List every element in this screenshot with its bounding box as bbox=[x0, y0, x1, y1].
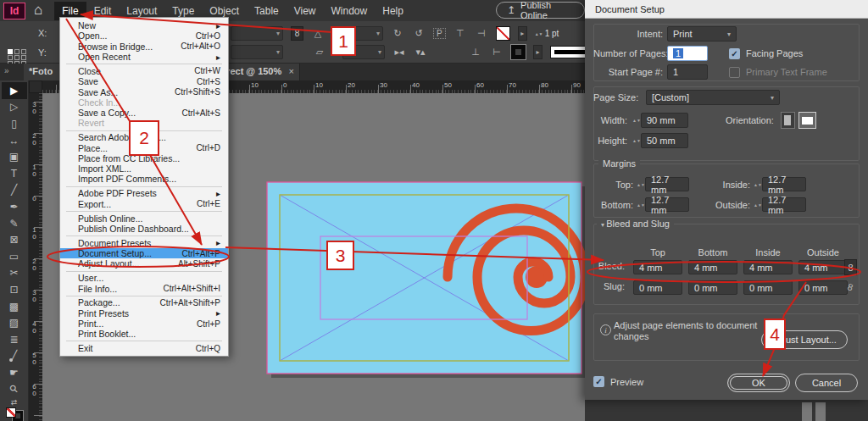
file-menu-item-adjust-layout[interactable]: Adjust Layout...Alt+Shift+P bbox=[60, 258, 228, 269]
facing-pages-checkbox[interactable]: ✓ bbox=[729, 48, 740, 59]
zoom-tool[interactable]: ⚲ bbox=[2, 381, 27, 398]
scroll-handle[interactable] bbox=[815, 402, 826, 421]
file-menu-item-import-pdf-comments[interactable]: Import PDF Comments... bbox=[60, 174, 228, 184]
stroke-weight-dropdown[interactable]: ▲▼1 pt bbox=[535, 29, 559, 38]
file-menu-item-print-booklet[interactable]: Print Booklet... bbox=[60, 329, 228, 339]
scroll-handle[interactable] bbox=[802, 402, 812, 421]
margin-outside-stepper[interactable]: ▲▼ bbox=[754, 203, 760, 207]
margin-inside-stepper[interactable]: ▲▼ bbox=[754, 183, 760, 186]
margin-outside-field[interactable]: 12.7 mm bbox=[762, 197, 806, 212]
orientation-landscape-button[interactable] bbox=[798, 112, 816, 129]
page-tool[interactable]: ▯ bbox=[2, 115, 27, 132]
file-menu-item-open[interactable]: Open...Ctrl+O bbox=[60, 30, 228, 41]
stroke-options-arrow[interactable]: ▸ bbox=[533, 45, 542, 59]
direct-selection-tool[interactable]: ▷ bbox=[2, 99, 27, 116]
bleed-slug-header[interactable]: ▾ Bleed and Slug bbox=[597, 219, 674, 229]
constrain-scale-link-icon[interactable]: 8 bbox=[291, 26, 303, 41]
cancel-button[interactable]: Cancel bbox=[795, 374, 858, 392]
menu-view[interactable]: View bbox=[287, 2, 324, 20]
margin-bottom-field[interactable]: 12.7 mm bbox=[645, 197, 689, 212]
panel-chevrons-icon[interactable]: » bbox=[4, 66, 9, 75]
margin-top-field[interactable]: 12.7 mm bbox=[645, 177, 689, 191]
width-field[interactable]: 90 mm bbox=[641, 113, 688, 128]
number-of-pages-field[interactable]: 1 bbox=[667, 46, 708, 61]
file-menu-item-adobe-pdf-presets[interactable]: Adobe PDF Presets▸ bbox=[60, 188, 228, 198]
orientation-portrait-button[interactable] bbox=[781, 112, 795, 129]
file-menu-item-save-a-copy[interactable]: Save a Copy...Ctrl+Alt+S bbox=[60, 108, 228, 118]
menu-window[interactable]: Window bbox=[324, 2, 376, 20]
margin-top-stepper[interactable]: ▲▼ bbox=[637, 183, 643, 186]
eyedropper-tool[interactable]: ╱ bbox=[2, 348, 27, 365]
bleed-top-field[interactable]: 4 mm bbox=[633, 260, 682, 274]
tab-close-icon[interactable]: × bbox=[289, 66, 294, 76]
file-menu-item-export[interactable]: Export...Ctrl+E bbox=[60, 199, 228, 209]
file-menu-item-package[interactable]: Package...Ctrl+Alt+Shift+P bbox=[60, 297, 228, 307]
slug-top-field[interactable]: 0 mm bbox=[633, 280, 682, 295]
file-menu-item-exit[interactable]: ExitCtrl+Q bbox=[60, 343, 228, 353]
bleed-link-icon[interactable]: 8 bbox=[844, 259, 857, 275]
file-menu-item-file-info[interactable]: File Info...Ctrl+Alt+Shift+I bbox=[60, 283, 228, 293]
type-tool[interactable]: T bbox=[2, 165, 27, 182]
slug-bottom-field[interactable]: 0 mm bbox=[688, 280, 737, 295]
start-page-field[interactable]: 1 bbox=[667, 64, 708, 80]
swap-fill-stroke-icon[interactable]: ⇄ bbox=[11, 398, 18, 407]
file-menu-item-new[interactable]: New▸ bbox=[60, 20, 228, 30]
gap-tool[interactable]: ↔ bbox=[2, 132, 27, 149]
distribute-vertical-icon[interactable]: ⊤ bbox=[453, 28, 467, 39]
preview-checkbox[interactable]: ✓ bbox=[593, 376, 604, 387]
pen-tool[interactable]: ✒ bbox=[2, 198, 27, 215]
distribute-horizontal-icon[interactable]: ⊣ bbox=[475, 28, 488, 39]
gradient-feather-tool[interactable]: ▨ bbox=[2, 314, 27, 331]
fill-stroke-swatches[interactable] bbox=[6, 407, 23, 421]
height-stepper[interactable]: ▲▼ bbox=[632, 139, 639, 142]
file-menu-item-browse-in-bridge[interactable]: Browse in Bridge...Ctrl+Alt+O bbox=[60, 42, 228, 52]
bleed-bottom-field[interactable]: 4 mm bbox=[688, 260, 737, 274]
page-size-dropdown[interactable]: [Custom]▾ bbox=[646, 90, 780, 105]
intent-dropdown[interactable]: Print▾ bbox=[667, 26, 737, 42]
file-menu-item-publish-online[interactable]: Publish Online... bbox=[60, 213, 228, 223]
file-menu-item-import-xml[interactable]: Import XML... bbox=[60, 163, 228, 174]
shear-icon[interactable]: △ bbox=[311, 28, 325, 39]
scale-y-dropdown[interactable]: ▾ bbox=[231, 45, 283, 59]
free-transform-tool[interactable]: ⊡ bbox=[2, 281, 27, 298]
file-menu-item-print[interactable]: Print...Ctrl+P bbox=[60, 319, 228, 329]
vertical-ruler[interactable]: 3020100102030405060 bbox=[29, 93, 42, 421]
file-menu-item-save-as[interactable]: Save As...Ctrl+Shift+S bbox=[60, 86, 228, 97]
flip-horizontal-icon[interactable]: ▸◂ bbox=[392, 47, 406, 58]
menu-table[interactable]: Table bbox=[247, 2, 287, 20]
align-bottom-icon[interactable]: ⊥ bbox=[469, 47, 482, 58]
gradient-swatch-tool[interactable]: ▩ bbox=[2, 298, 27, 315]
file-menu-item-open-recent[interactable]: Open Recent▸ bbox=[60, 52, 228, 62]
line-tool[interactable]: ╱ bbox=[2, 182, 27, 199]
scissors-tool[interactable]: ✂ bbox=[2, 265, 27, 282]
stroke-color-swatch[interactable] bbox=[511, 45, 526, 59]
hand-tool[interactable]: ☛ bbox=[2, 364, 27, 381]
rotate-ccw-icon[interactable]: ↺ bbox=[412, 28, 426, 39]
margin-bottom-stepper[interactable]: ▲▼ bbox=[637, 203, 643, 207]
rotate-cw-icon[interactable]: ↻ bbox=[391, 28, 404, 39]
align-left-icon[interactable]: ⊢ bbox=[490, 47, 504, 58]
file-menu-item-user[interactable]: User... bbox=[60, 273, 228, 283]
scale-x-dropdown[interactable]: ▾ bbox=[231, 26, 283, 41]
indesign-logo[interactable]: Id bbox=[3, 3, 25, 19]
file-menu-item-document-presets[interactable]: Document Presets▸ bbox=[60, 238, 228, 248]
slug-inside-field[interactable]: 0 mm bbox=[743, 280, 793, 295]
bleed-inside-field[interactable]: 4 mm bbox=[743, 260, 793, 274]
file-menu-item-document-setup[interactable]: Document Setup...Ctrl+Alt+P bbox=[60, 248, 228, 258]
frame-tool[interactable]: ⊠ bbox=[2, 231, 27, 248]
content-collector-tool[interactable]: ▣ bbox=[2, 148, 27, 165]
pencil-tool[interactable]: ✎ bbox=[2, 215, 27, 232]
file-menu-item-save[interactable]: SaveCtrl+S bbox=[60, 76, 228, 86]
publish-online-button[interactable]: ↥ Publish Online bbox=[496, 2, 585, 19]
skew-icon[interactable]: ▱ bbox=[313, 47, 326, 58]
margin-inside-field[interactable]: 12.7 mm bbox=[762, 177, 806, 191]
selection-tool[interactable]: ▶ bbox=[2, 82, 27, 99]
ok-button[interactable]: OK bbox=[727, 374, 790, 392]
fill-none-swatch[interactable] bbox=[6, 407, 16, 418]
menu-help[interactable]: Help bbox=[375, 2, 411, 20]
file-menu-item-close[interactable]: CloseCtrl+W bbox=[60, 66, 228, 76]
fill-options-arrow[interactable]: ▸ bbox=[518, 26, 527, 41]
note-tool[interactable]: ≣ bbox=[2, 331, 27, 348]
flip-vertical-icon[interactable]: ▾▴ bbox=[414, 47, 427, 58]
primary-text-frame-checkbox[interactable]: ✓ bbox=[729, 67, 740, 78]
